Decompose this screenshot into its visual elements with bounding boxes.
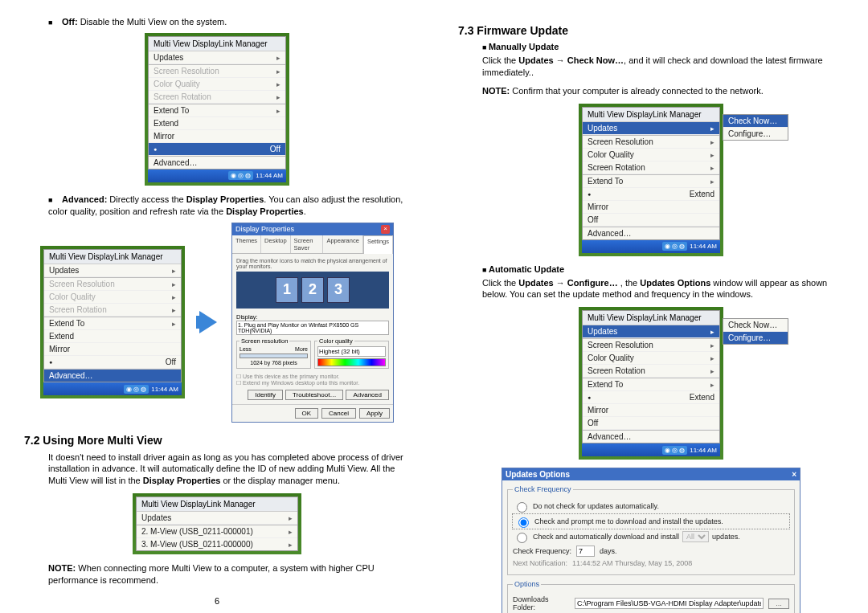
- menu-screen-res: Screen Resolution: [149, 65, 285, 78]
- menu-off[interactable]: Off: [149, 143, 285, 156]
- heading-7-3: 7.3 Firmware Update: [458, 24, 844, 37]
- heading-7-2: 7.2 Using More Multi View: [24, 434, 410, 447]
- off-label: Off:: [62, 17, 78, 27]
- tab-appearance[interactable]: Appearance: [323, 235, 362, 253]
- tab-settings[interactable]: Settings: [363, 235, 393, 254]
- browse-button[interactable]: …: [768, 599, 789, 609]
- apply-button[interactable]: Apply: [359, 408, 390, 419]
- menu-advanced[interactable]: Advanced…: [149, 157, 285, 169]
- note-7-2: NOTE: When connecting more Multi View to…: [48, 562, 410, 586]
- updates-scope-select: All: [682, 531, 709, 542]
- radio-prompt[interactable]: Check and prompt me to download and inst…: [513, 514, 789, 529]
- menu-mirror[interactable]: Mirror: [149, 130, 285, 143]
- updates-options-dialog: Updates Options× Check Frequency Do not …: [502, 468, 800, 613]
- color-quality-select[interactable]: Highest (32 bit): [317, 346, 386, 357]
- troubleshoot-button[interactable]: Troubleshoot…: [285, 390, 343, 400]
- para-7-2: It doesn't need to install driver again …: [48, 452, 410, 488]
- menu-extend[interactable]: Extend: [149, 117, 285, 130]
- page-left: ■ Off: Disable the Multi View on the sys…: [24, 16, 410, 613]
- menu-extend-to[interactable]: Extend To: [149, 104, 285, 117]
- tab-desktop[interactable]: Desktop: [261, 235, 291, 253]
- menu-updates[interactable]: Updates: [149, 51, 285, 64]
- submenu-configure-sel[interactable]: Configure…: [723, 332, 788, 344]
- dp-advanced-button[interactable]: Advanced: [346, 390, 389, 400]
- downloads-folder-input[interactable]: [575, 598, 764, 609]
- resolution-slider[interactable]: [240, 353, 308, 358]
- page-number-left: 6: [24, 596, 410, 606]
- menu-advanced-selected[interactable]: Advanced…: [44, 370, 181, 382]
- tab-screensaver[interactable]: Screen Saver: [291, 235, 324, 253]
- arrow-icon: [199, 311, 217, 333]
- submenu-configure[interactable]: Configure…: [723, 128, 788, 140]
- radio-auto[interactable]: Check and automatically download and ins…: [513, 530, 789, 543]
- tab-themes[interactable]: Themes: [232, 235, 261, 253]
- note-manual: NOTE: Confirm that your computer is alre…: [482, 85, 844, 97]
- bullet-off: ■ Off: Disable the Multi View on the sys…: [48, 16, 410, 28]
- close-icon[interactable]: ×: [792, 470, 796, 479]
- figure-advanced-row: Multi View DisplayLink Manager Updates S…: [24, 223, 410, 423]
- sub-auto: Automatic Update: [482, 264, 844, 274]
- display-select[interactable]: 1. Plug and Play Monitor on Winfast PX85…: [236, 321, 389, 335]
- mview-3[interactable]: 3. M-View (USB_0211-000000): [137, 538, 297, 550]
- menu-title: Multi View DisplayLink Manager: [149, 37, 285, 51]
- close-icon[interactable]: ×: [381, 225, 390, 234]
- display-properties-dialog: Display Properties× Themes Desktop Scree…: [231, 223, 394, 423]
- page-right: 7.3 Firmware Update Manually Update Clic…: [458, 16, 844, 613]
- check-frequency-input[interactable]: [576, 546, 595, 557]
- cancel-button[interactable]: Cancel: [321, 408, 356, 419]
- figure-menu-mview: Multi View DisplayLink Manager Updates 2…: [24, 493, 410, 554]
- taskbar: ◉ ◎ ◍11:44 AM: [148, 170, 286, 182]
- menu-screen-rotation: Screen Rotation: [149, 91, 285, 104]
- menu-color-quality: Color Quality: [149, 78, 285, 91]
- off-text: Disable the Multi View on the system.: [78, 17, 227, 27]
- sub-manual: Manually Update: [482, 42, 844, 51]
- monitor-preview[interactable]: 123: [236, 272, 389, 309]
- figure-menu-configure: Multi View DisplayLink Manager Updates C…: [458, 307, 844, 460]
- mview-2[interactable]: 2. M-View (USB_0211-000001): [137, 525, 297, 538]
- para-auto: Click the Updates → Configure… , the Upd…: [482, 277, 844, 301]
- bullet-advanced: ■ Advanced: Directly access the Display …: [48, 194, 410, 218]
- ok-button[interactable]: OK: [295, 408, 319, 419]
- identify-button[interactable]: Identify: [248, 390, 283, 400]
- radio-no-check[interactable]: Do not check for updates automatically.: [513, 500, 789, 513]
- submenu-check-now[interactable]: Check Now…: [723, 115, 788, 128]
- figure-menu-off: Multi View DisplayLink Manager Updates S…: [24, 33, 410, 186]
- menu-updates-sel[interactable]: Updates Check Now… Configure…: [583, 122, 719, 135]
- figure-menu-check-now: Multi View DisplayLink Manager Updates C…: [458, 104, 844, 256]
- para-manual: Click the Updates → Check Now…, and it w…: [482, 55, 844, 79]
